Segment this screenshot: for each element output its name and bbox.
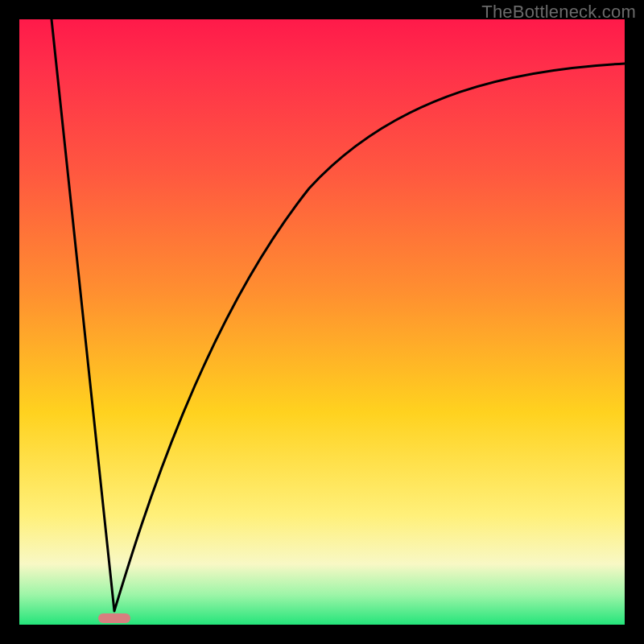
- chart-frame: TheBottleneck.com: [0, 0, 644, 644]
- watermark: TheBottleneck.com: [481, 2, 636, 23]
- bottleneck-curve: [52, 19, 625, 611]
- curve-layer: [19, 19, 625, 625]
- optimal-marker: [98, 613, 130, 623]
